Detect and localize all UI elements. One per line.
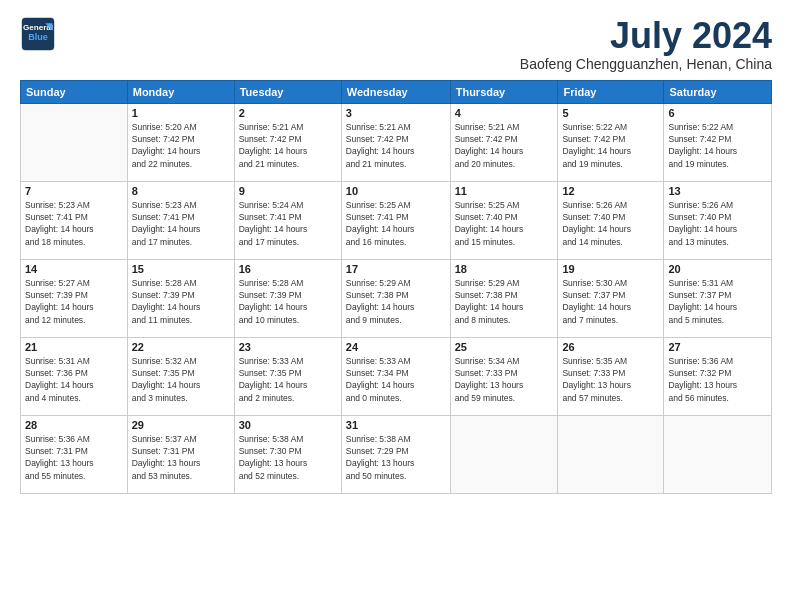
day-info: Sunrise: 5:25 AM Sunset: 7:40 PM Dayligh… [455,199,554,248]
table-row: 24Sunrise: 5:33 AM Sunset: 7:34 PM Dayli… [341,337,450,415]
table-row: 30Sunrise: 5:38 AM Sunset: 7:30 PM Dayli… [234,415,341,493]
table-row [21,103,128,181]
table-row: 8Sunrise: 5:23 AM Sunset: 7:41 PM Daylig… [127,181,234,259]
table-row: 1Sunrise: 5:20 AM Sunset: 7:42 PM Daylig… [127,103,234,181]
calendar-table: Sunday Monday Tuesday Wednesday Thursday… [20,80,772,494]
day-number: 1 [132,107,230,119]
day-info: Sunrise: 5:21 AM Sunset: 7:42 PM Dayligh… [239,121,337,170]
table-row: 2Sunrise: 5:21 AM Sunset: 7:42 PM Daylig… [234,103,341,181]
header: General Blue July 2024 Baofeng Chengguan… [20,16,772,72]
logo: General Blue [20,16,56,52]
table-row: 21Sunrise: 5:31 AM Sunset: 7:36 PM Dayli… [21,337,128,415]
col-saturday: Saturday [664,80,772,103]
day-number: 10 [346,185,446,197]
day-number: 3 [346,107,446,119]
day-number: 29 [132,419,230,431]
day-info: Sunrise: 5:35 AM Sunset: 7:33 PM Dayligh… [562,355,659,404]
day-number: 25 [455,341,554,353]
calendar-header-row: Sunday Monday Tuesday Wednesday Thursday… [21,80,772,103]
col-tuesday: Tuesday [234,80,341,103]
col-friday: Friday [558,80,664,103]
table-row: 27Sunrise: 5:36 AM Sunset: 7:32 PM Dayli… [664,337,772,415]
table-row: 5Sunrise: 5:22 AM Sunset: 7:42 PM Daylig… [558,103,664,181]
table-row: 9Sunrise: 5:24 AM Sunset: 7:41 PM Daylig… [234,181,341,259]
day-info: Sunrise: 5:21 AM Sunset: 7:42 PM Dayligh… [346,121,446,170]
table-row: 25Sunrise: 5:34 AM Sunset: 7:33 PM Dayli… [450,337,558,415]
day-number: 28 [25,419,123,431]
day-number: 17 [346,263,446,275]
day-number: 12 [562,185,659,197]
day-number: 21 [25,341,123,353]
table-row: 13Sunrise: 5:26 AM Sunset: 7:40 PM Dayli… [664,181,772,259]
calendar-week-row: 14Sunrise: 5:27 AM Sunset: 7:39 PM Dayli… [21,259,772,337]
day-info: Sunrise: 5:38 AM Sunset: 7:29 PM Dayligh… [346,433,446,482]
day-number: 27 [668,341,767,353]
table-row: 20Sunrise: 5:31 AM Sunset: 7:37 PM Dayli… [664,259,772,337]
day-info: Sunrise: 5:29 AM Sunset: 7:38 PM Dayligh… [455,277,554,326]
day-number: 24 [346,341,446,353]
calendar-week-row: 7Sunrise: 5:23 AM Sunset: 7:41 PM Daylig… [21,181,772,259]
day-info: Sunrise: 5:34 AM Sunset: 7:33 PM Dayligh… [455,355,554,404]
day-info: Sunrise: 5:29 AM Sunset: 7:38 PM Dayligh… [346,277,446,326]
table-row: 11Sunrise: 5:25 AM Sunset: 7:40 PM Dayli… [450,181,558,259]
day-number: 8 [132,185,230,197]
day-info: Sunrise: 5:36 AM Sunset: 7:32 PM Dayligh… [668,355,767,404]
day-info: Sunrise: 5:22 AM Sunset: 7:42 PM Dayligh… [562,121,659,170]
day-info: Sunrise: 5:24 AM Sunset: 7:41 PM Dayligh… [239,199,337,248]
logo-icon: General Blue [20,16,56,52]
day-info: Sunrise: 5:31 AM Sunset: 7:36 PM Dayligh… [25,355,123,404]
calendar-week-row: 21Sunrise: 5:31 AM Sunset: 7:36 PM Dayli… [21,337,772,415]
table-row: 19Sunrise: 5:30 AM Sunset: 7:37 PM Dayli… [558,259,664,337]
day-number: 9 [239,185,337,197]
day-info: Sunrise: 5:21 AM Sunset: 7:42 PM Dayligh… [455,121,554,170]
day-info: Sunrise: 5:33 AM Sunset: 7:35 PM Dayligh… [239,355,337,404]
day-number: 19 [562,263,659,275]
day-number: 13 [668,185,767,197]
svg-text:Blue: Blue [28,32,48,42]
day-number: 26 [562,341,659,353]
table-row: 29Sunrise: 5:37 AM Sunset: 7:31 PM Dayli… [127,415,234,493]
page: General Blue July 2024 Baofeng Chengguan… [0,0,792,612]
day-number: 23 [239,341,337,353]
calendar-week-row: 1Sunrise: 5:20 AM Sunset: 7:42 PM Daylig… [21,103,772,181]
day-number: 5 [562,107,659,119]
day-info: Sunrise: 5:28 AM Sunset: 7:39 PM Dayligh… [239,277,337,326]
day-number: 16 [239,263,337,275]
day-info: Sunrise: 5:22 AM Sunset: 7:42 PM Dayligh… [668,121,767,170]
day-info: Sunrise: 5:20 AM Sunset: 7:42 PM Dayligh… [132,121,230,170]
table-row [450,415,558,493]
day-number: 15 [132,263,230,275]
day-number: 14 [25,263,123,275]
day-info: Sunrise: 5:26 AM Sunset: 7:40 PM Dayligh… [562,199,659,248]
day-info: Sunrise: 5:32 AM Sunset: 7:35 PM Dayligh… [132,355,230,404]
month-title: July 2024 [520,16,772,56]
day-info: Sunrise: 5:28 AM Sunset: 7:39 PM Dayligh… [132,277,230,326]
day-info: Sunrise: 5:23 AM Sunset: 7:41 PM Dayligh… [132,199,230,248]
table-row: 16Sunrise: 5:28 AM Sunset: 7:39 PM Dayli… [234,259,341,337]
table-row: 15Sunrise: 5:28 AM Sunset: 7:39 PM Dayli… [127,259,234,337]
day-info: Sunrise: 5:27 AM Sunset: 7:39 PM Dayligh… [25,277,123,326]
day-info: Sunrise: 5:33 AM Sunset: 7:34 PM Dayligh… [346,355,446,404]
table-row: 6Sunrise: 5:22 AM Sunset: 7:42 PM Daylig… [664,103,772,181]
table-row: 14Sunrise: 5:27 AM Sunset: 7:39 PM Dayli… [21,259,128,337]
table-row: 3Sunrise: 5:21 AM Sunset: 7:42 PM Daylig… [341,103,450,181]
day-number: 30 [239,419,337,431]
table-row: 12Sunrise: 5:26 AM Sunset: 7:40 PM Dayli… [558,181,664,259]
table-row: 23Sunrise: 5:33 AM Sunset: 7:35 PM Dayli… [234,337,341,415]
day-number: 4 [455,107,554,119]
col-thursday: Thursday [450,80,558,103]
day-info: Sunrise: 5:30 AM Sunset: 7:37 PM Dayligh… [562,277,659,326]
table-row: 26Sunrise: 5:35 AM Sunset: 7:33 PM Dayli… [558,337,664,415]
day-info: Sunrise: 5:38 AM Sunset: 7:30 PM Dayligh… [239,433,337,482]
table-row: 7Sunrise: 5:23 AM Sunset: 7:41 PM Daylig… [21,181,128,259]
day-number: 22 [132,341,230,353]
table-row: 17Sunrise: 5:29 AM Sunset: 7:38 PM Dayli… [341,259,450,337]
day-info: Sunrise: 5:36 AM Sunset: 7:31 PM Dayligh… [25,433,123,482]
day-number: 2 [239,107,337,119]
day-number: 18 [455,263,554,275]
location-title: Baofeng Chengguanzhen, Henan, China [520,56,772,72]
table-row: 4Sunrise: 5:21 AM Sunset: 7:42 PM Daylig… [450,103,558,181]
day-number: 11 [455,185,554,197]
col-monday: Monday [127,80,234,103]
day-info: Sunrise: 5:37 AM Sunset: 7:31 PM Dayligh… [132,433,230,482]
